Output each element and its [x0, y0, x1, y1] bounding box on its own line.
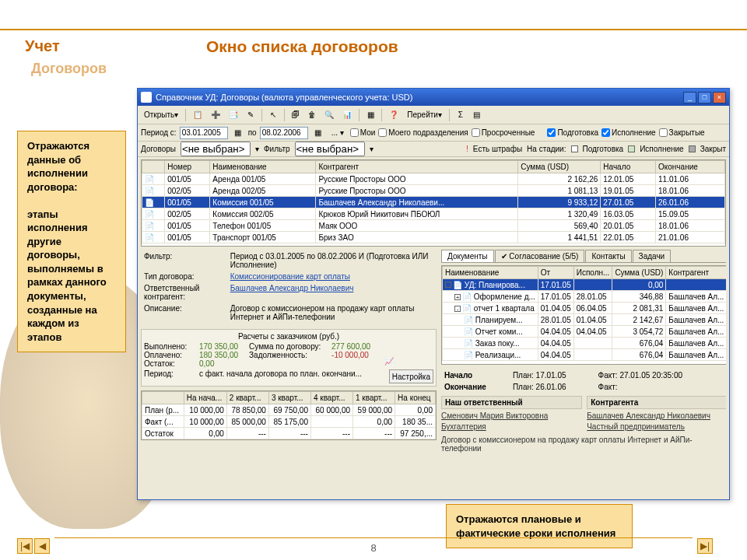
detail-info: Фильтр:Период с 03.01.2005 по 08.02.2006… [141, 250, 437, 324]
titlebar[interactable]: Справочник УД: Договоры (валюта управлен… [138, 89, 729, 106]
tree-row[interactable]: 📄 Реализаци...04.04.05676,04Башлачев Ал.… [443, 349, 727, 361]
nav-first-icon[interactable]: |◀ [17, 538, 33, 554]
contracts-grid[interactable]: НомерНаименованиеКонтрагентСумма (USD)На… [141, 159, 726, 247]
tool-icon[interactable]: ▦ [363, 108, 377, 122]
table-row[interactable]: 📄001/05Комиссия 001/05Башлачев Александр… [142, 197, 725, 208]
chk-mine[interactable]: Мои [350, 128, 376, 137]
slide-title: Окно списка договоров [206, 37, 398, 56]
tree-row[interactable]: 📄 Планируем...28.01.0501.04.052 142,67Ба… [443, 314, 727, 326]
tool-icon[interactable]: 📋 [190, 108, 205, 122]
callout-left: Отражаются данные об исполнении договора… [17, 131, 126, 352]
tree-row[interactable]: -📄 отчет 1 квартала01.04.0506.04.052 081… [443, 303, 727, 314]
brand-line-1: Учет [25, 37, 60, 55]
tool-icon[interactable]: ➕ [208, 108, 223, 122]
contracts-select[interactable] [181, 142, 251, 156]
tool-icon[interactable]: 🗐 [289, 108, 303, 122]
period-bar: Период с: ▦ по ▦ ... ▾ Мои Моего подразд… [138, 124, 729, 142]
table-row[interactable]: 📄001/05Телефон 001/05Маяк ООО569,4020.01… [142, 220, 725, 232]
legend-bar: Договоры ▾ Фильтр ▾ !Есть штрафы На стад… [138, 142, 729, 157]
table-row[interactable]: Остаток0,00------------97 250,... [142, 428, 436, 439]
table-row[interactable]: Факт (...10 000,0085 000,0085 175,000,00… [142, 416, 436, 428]
mini-grid[interactable]: На нача...2 кварт...3 кварт...4 кварт...… [141, 390, 437, 440]
tree-row[interactable]: 📄 УД: Планирова...17.01.050,00 [443, 279, 727, 291]
app-window: Справочник УД: Договоры (валюта управлен… [137, 88, 730, 500]
table-row[interactable]: План (р...10 000,0078 850,0069 750,0060 … [142, 404, 436, 416]
chk-prep[interactable]: Подготовка [547, 128, 598, 137]
tool-icon[interactable]: 📊 [339, 108, 355, 122]
brand-line-2: Договоров [31, 61, 107, 77]
nav-last-icon[interactable]: ▶| [697, 538, 713, 554]
period-label: Период с: [141, 128, 177, 137]
our-resp-link[interactable]: Сменович Мария Викторовна [441, 411, 548, 420]
cursor-icon[interactable]: ↖ [266, 108, 280, 122]
table-row[interactable]: 📄002/05Аренда 002/05Русские Просторы ООО… [142, 185, 725, 197]
maximize-button[interactable]: □ [698, 92, 711, 103]
chart-icon[interactable]: 📈 [381, 354, 397, 368]
legend-prep-box [571, 145, 578, 152]
toolbar: Открыть ▾ 📋 ➕ 📑 ✎ ↖ 🗐 🗑 🔍 📊 ▦ ❓ Перейти … [138, 106, 729, 124]
callout-bottom: Отражаются плановые и фактические сроки … [446, 504, 633, 548]
docs-tree-grid[interactable]: НаименованиеОтИсполн...Сумма (USD)Контра… [441, 265, 726, 365]
page-number: 8 [370, 542, 376, 554]
calendar-icon[interactable]: ▦ [231, 126, 245, 140]
minimize-button[interactable]: _ [683, 92, 696, 103]
legend-closed-box [689, 145, 696, 152]
table-row[interactable]: 📄001/05Аренда 001/05Русские Просторы ООО… [142, 173, 725, 185]
dates-table: НачалоПлан: 17.01.05Факт: 27.01.05 20:35… [441, 369, 726, 394]
filter-select[interactable] [295, 142, 365, 156]
app-icon [141, 92, 152, 103]
calc-panel: Расчеты с заказчиком (руб.) Выполнено:17… [141, 329, 437, 387]
sum-icon[interactable]: Σ [454, 108, 468, 122]
open-button[interactable]: Открыть ▾ [141, 108, 181, 122]
tool-icon[interactable]: ▤ [470, 108, 484, 122]
resp-link[interactable]: Башлачев Александр Николаевич [230, 284, 354, 292]
help-icon[interactable]: ❓ [386, 108, 402, 122]
tool-icon[interactable]: 📑 [226, 108, 241, 122]
tab-approval[interactable]: ✔ Согласование (5/5) [495, 250, 585, 262]
table-row[interactable]: 📄001/05Транспорт 001/05Бриз ЗАО1 441,512… [142, 232, 725, 243]
tree-row[interactable]: 📄 Заказ поку...04.04.05676,04Башлачев Ал… [443, 338, 727, 349]
table-row[interactable]: 📄002/05Комиссия 002/05Крюков Юрий Никито… [142, 208, 725, 220]
tree-row[interactable]: +📄 Оформление д...17.01.0528.01.05346,88… [443, 291, 727, 303]
legend-exec-box [628, 145, 635, 152]
more-button[interactable]: ... ▾ [328, 126, 347, 140]
contract-type-link[interactable]: Комиссионирование карт оплаты [230, 272, 350, 281]
setup-button[interactable]: Настройка [389, 369, 433, 383]
nav-prev-icon[interactable]: ◀ [34, 538, 50, 554]
chk-closed[interactable]: Закрытые [659, 128, 705, 137]
calendar-icon[interactable]: ▦ [311, 126, 325, 140]
chk-overdue[interactable]: Просроченные [472, 128, 535, 137]
date-from-input[interactable] [180, 127, 228, 139]
chk-exec[interactable]: Исполнение [601, 128, 656, 137]
pred-link[interactable]: Частный предприниматель [587, 422, 685, 431]
tab-documents[interactable]: Документы [441, 250, 494, 262]
top-border [0, 29, 747, 30]
tool-icon[interactable]: ✎ [244, 108, 258, 122]
tab-contacts[interactable]: Контакты [585, 250, 631, 262]
tabs: Документы ✔ Согласование (5/5) Контакты … [441, 250, 726, 263]
window-title: Справочник УД: Договоры (валюта управлен… [156, 93, 412, 102]
goto-button[interactable]: Перейти ▾ [404, 108, 445, 122]
tab-tasks[interactable]: Задачи [633, 250, 672, 262]
chk-dept[interactable]: Моего подразделения [378, 128, 468, 137]
tool-icon[interactable]: 🔍 [321, 108, 337, 122]
buh-link[interactable]: Бухгалтерия [441, 422, 486, 431]
tool-icon[interactable]: 🗑 [305, 108, 319, 122]
tree-row[interactable]: 📄 Отчет коми...04.04.0504.04.053 054,72Б… [443, 326, 727, 338]
k-resp-link[interactable]: Башлачев Александр Николаевич [587, 411, 710, 420]
close-button[interactable]: × [713, 92, 726, 103]
date-to-input[interactable] [260, 127, 308, 139]
